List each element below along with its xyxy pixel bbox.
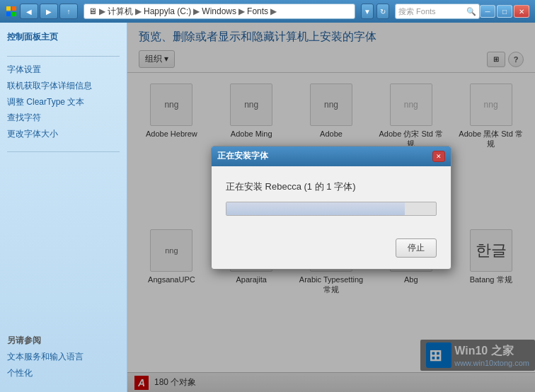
modal-body: 正在安装 Rebecca (1 的 1 字体) (212, 166, 451, 238)
breadcrumb[interactable]: 🖥 ▶ 计算机 ▶ Happyla (C:) ▶ Windows ▶ Fonts… (84, 4, 355, 19)
window-controls: ─ □ ✕ (480, 5, 529, 18)
sidebar-main-link[interactable]: 控制面板主页 (7, 31, 120, 43)
sidebar-change-size[interactable]: 更改字体大小 (7, 128, 120, 140)
breadcrumb-icon: 🖥 (88, 6, 97, 16)
modal-overlay: 正在安装字体 ✕ 正在安装 Rebecca (1 的 1 字体) 停止 (127, 23, 535, 392)
progress-fill (226, 202, 405, 215)
sidebar-personalize[interactable]: 个性化 (7, 367, 120, 379)
svg-rect-0 (6, 6, 11, 11)
content-area: 预览、删除或者显示和隐藏计算机上安装的字体 组织 ▾ ⊞ ? nng Adobe… (127, 23, 535, 392)
modal-close-button[interactable]: ✕ (432, 151, 445, 162)
sidebar-divider-2 (7, 151, 120, 152)
main-layout: 控制面板主页 字体设置 联机获取字体详细信息 调整 ClearType 文本 查… (0, 23, 535, 392)
modal-install-text: 正在安装 Rebecca (1 的 1 字体) (226, 180, 437, 193)
up-button[interactable]: ↑ (59, 4, 78, 19)
address-dropdown[interactable]: ▼ (361, 4, 374, 19)
nav-buttons: ◀ ▶ ↑ (20, 4, 78, 19)
sidebar-cleartype[interactable]: 调整 ClearType 文本 (7, 96, 120, 108)
refresh-button[interactable]: ↻ (376, 4, 389, 19)
sidebar-online-fonts[interactable]: 联机获取字体详细信息 (7, 80, 120, 92)
breadcrumb-drive[interactable]: Happyla (C:) (144, 6, 191, 16)
forward-button[interactable]: ▶ (40, 4, 58, 19)
sidebar-font-settings[interactable]: 字体设置 (7, 64, 120, 76)
stop-button[interactable]: 停止 (396, 238, 437, 258)
svg-rect-2 (6, 12, 11, 16)
modal-title-text: 正在安装字体 (217, 150, 268, 162)
title-bar-left: ◀ ▶ ↑ 🖥 ▶ 计算机 ▶ Happyla (C:) ▶ Windows ▶… (6, 4, 480, 19)
search-placeholder: 搜索 Fonts (398, 6, 466, 17)
search-icon: 🔍 (466, 7, 476, 16)
close-button[interactable]: ✕ (514, 5, 529, 18)
progress-bar (226, 202, 437, 216)
title-bar: ◀ ▶ ↑ 🖥 ▶ 计算机 ▶ Happyla (C:) ▶ Windows ▶… (0, 0, 535, 23)
breadcrumb-computer[interactable]: 计算机 (108, 6, 133, 18)
svg-rect-3 (12, 12, 16, 16)
sidebar-divider-1 (7, 56, 120, 57)
search-bar: 搜索 Fonts 🔍 (395, 4, 480, 19)
modal-title-bar: 正在安装字体 ✕ (212, 146, 451, 166)
modal-footer: 停止 (212, 238, 451, 269)
maximize-button[interactable]: □ (497, 5, 512, 18)
minimize-button[interactable]: ─ (480, 5, 495, 18)
sidebar-text-services[interactable]: 文本服务和输入语言 (7, 351, 120, 363)
svg-rect-1 (12, 6, 16, 11)
sidebar-find-char[interactable]: 查找字符 (7, 112, 120, 124)
breadcrumb-fonts[interactable]: Fonts (247, 6, 268, 16)
install-dialog: 正在安装字体 ✕ 正在安装 Rebecca (1 的 1 字体) 停止 (211, 146, 451, 270)
sidebar-also-title: 另请参阅 (7, 335, 120, 347)
window-icon (6, 6, 17, 17)
sidebar: 控制面板主页 字体设置 联机获取字体详细信息 调整 ClearType 文本 查… (0, 23, 127, 392)
back-button[interactable]: ◀ (20, 4, 38, 19)
breadcrumb-windows[interactable]: Windows (202, 6, 236, 16)
